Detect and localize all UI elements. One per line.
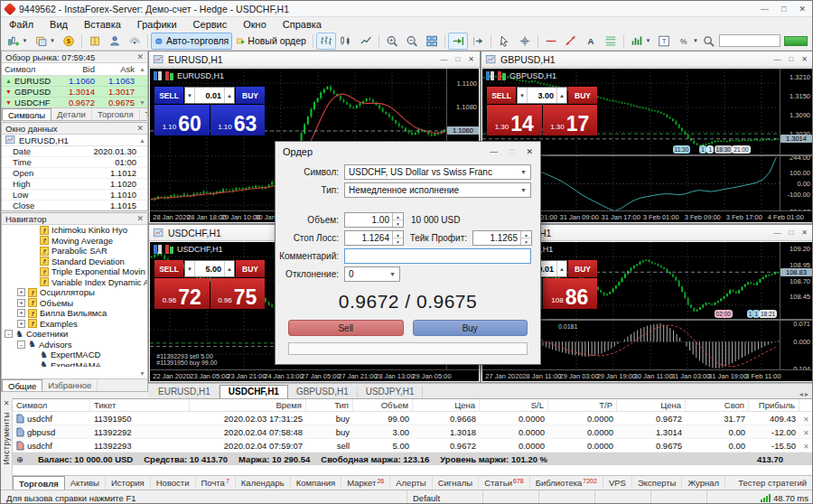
close-position-icon[interactable]: ✕ (799, 441, 813, 451)
volume-down-icon[interactable]: ▼ (185, 261, 195, 276)
tree-item-variable-index-dynamic-a[interactable]: fVariable Index Dynamic A (2, 277, 147, 288)
toolbox-tab-календарь[interactable]: Календарь (236, 476, 291, 490)
tab-тики[interactable]: Тики (140, 108, 147, 120)
tree-item-moving-average[interactable]: fMoving Average (2, 236, 147, 247)
spin-down-icon[interactable]: ▼ (521, 238, 531, 245)
expand-icon[interactable]: + (17, 299, 25, 307)
expand-icon[interactable]: ⊕ (13, 454, 27, 464)
takeprofit-field[interactable]: 1.1265 ▲▼ (472, 230, 532, 246)
volume-stepper[interactable]: ▲▼ (392, 213, 403, 227)
toolbox-tab-эксперты[interactable]: Эксперты (632, 476, 683, 490)
close-icon[interactable]: ✕ (801, 55, 808, 63)
volume-stepper[interactable]: ▼0.01▲ (184, 87, 235, 104)
menu-help[interactable]: Справка (275, 17, 330, 32)
tree-item-осцилляторы[interactable]: +fОсцилляторы (2, 287, 147, 298)
chart-window-titlebar[interactable]: EURUSD,H1—□✕ (149, 51, 480, 68)
volume-up-icon[interactable]: ▲ (224, 88, 234, 103)
toolbox-tab-компания[interactable]: Компания (291, 476, 341, 490)
market-watch-toggle-button[interactable]: $ (59, 33, 79, 50)
collapse-icon[interactable]: - (17, 341, 25, 349)
spin-up-icon[interactable]: ▲ (521, 231, 531, 238)
autoscroll-button[interactable] (448, 33, 468, 50)
close-position-icon[interactable]: ✕ (799, 427, 813, 437)
toolbox-tab-активы[interactable]: Активы (65, 476, 106, 490)
tree-item-standard-deviation[interactable]: fStandard Deviation (2, 257, 147, 267)
close-icon[interactable]: ✕ (799, 5, 806, 14)
position-row-11392292[interactable]: gbpusd113922922020.02.04 07:58:48buy3.00… (13, 425, 813, 439)
toolbox-tab-маркет[interactable]: Маркет26 (341, 476, 390, 490)
one-click-buy-button[interactable]: BUY (236, 260, 265, 277)
tab-common[interactable]: Общие (2, 379, 42, 391)
scroll-down-icon[interactable]: ▼ (139, 370, 145, 377)
stoploss-stepper[interactable]: ▲▼ (392, 231, 403, 245)
position-row-11392293[interactable]: usdchf113922932020.02.04 07:59:07sell5.0… (13, 439, 813, 453)
close-icon[interactable]: ✕ (136, 53, 144, 61)
new-order-button[interactable]: Новый ордер (232, 33, 310, 50)
chart-shift-button[interactable] (468, 33, 488, 50)
type-select[interactable]: Немедленное исполнение▼ (344, 182, 531, 198)
close-position-icon[interactable]: ✕ (799, 414, 813, 424)
dialog-minimize-icon[interactable]: — (490, 147, 498, 156)
bars-mode-button[interactable] (316, 33, 336, 50)
tree-item-advisors[interactable]: -♞Advisors (2, 340, 147, 350)
scrollbar[interactable]: ▼ (137, 99, 147, 106)
takeprofit-stepper[interactable]: ▲▼ (520, 231, 531, 245)
hline-button[interactable] (541, 33, 561, 50)
profiles-button[interactable]: ▼ (32, 33, 60, 50)
toolbox-vertical-tab[interactable]: Инструменты (2, 412, 11, 465)
toolbox-tab-торговля[interactable]: Торговля (13, 476, 65, 490)
volume-down-icon[interactable]: ▼ (185, 88, 195, 103)
price-axis[interactable]: 1.32101.31501.30901.30301.3014244.00100.… (780, 69, 812, 210)
tree-item-expertmacd[interactable]: ♞ExpertMACD (2, 350, 147, 360)
toolbox-tab-история[interactable]: История (106, 476, 151, 490)
maximize-icon[interactable]: □ (789, 55, 793, 63)
minimize-icon[interactable]: — (773, 55, 780, 63)
buy-price[interactable]: 0.9675 (210, 278, 266, 309)
toolbox-tab-новости[interactable]: Новости (151, 476, 196, 490)
market-watch-row-gbpusd[interactable]: ▼GBPUSD1.30141.3017 (2, 87, 147, 98)
market-watch-row-eurusd[interactable]: ▲EURUSD1.10601.1063 (2, 76, 147, 87)
spin-up-icon[interactable]: ▲ (393, 213, 403, 220)
menu-window[interactable]: Окно (235, 17, 275, 32)
trendline-button[interactable] (561, 33, 581, 50)
chart-window-titlebar[interactable]: GBPUSD,H1—□✕ (481, 51, 813, 68)
sell-button[interactable]: Sell (288, 320, 404, 336)
zoom-out-button[interactable] (402, 33, 422, 50)
one-click-sell-button[interactable]: SELL (154, 87, 183, 104)
dialog-maximize-icon[interactable]: □ (509, 147, 514, 156)
spin-up-icon[interactable]: ▲ (393, 231, 403, 238)
tab-favorites[interactable]: Избранное (42, 379, 98, 391)
tree-item-ichimoku-kinko-hyo[interactable]: fIchimoku Kinko Hyo (2, 225, 147, 236)
volume-up-icon[interactable]: ▲ (556, 88, 566, 103)
tab-детали[interactable]: Детали (51, 108, 92, 120)
sell-price[interactable]: 0.9672 (154, 278, 210, 309)
menu-charts[interactable]: Графики (129, 17, 185, 32)
buy-price[interactable]: 1.1063 (210, 105, 266, 135)
sell-price[interactable]: 1.3014 (487, 105, 542, 135)
menu-view[interactable]: Вид (42, 17, 76, 32)
maximize-icon[interactable]: □ (781, 5, 786, 14)
tab-scroll-arrows[interactable]: ◂ ▸ (799, 390, 813, 398)
minimize-icon[interactable]: — (773, 229, 780, 237)
candles-mode-button[interactable] (336, 33, 356, 50)
toolbox-tab-почта[interactable]: Почта7 (196, 476, 236, 490)
dialog-close-icon[interactable]: ✕ (526, 147, 533, 156)
spin-down-icon[interactable]: ▼ (393, 238, 403, 245)
toolbox-tab-сигналы[interactable]: Сигналы (433, 476, 480, 490)
expand-icon[interactable]: + (17, 309, 25, 317)
toolbox-tab-статьи[interactable]: Статьи678 (479, 476, 529, 490)
toolbox-close-icon[interactable]: ✕ (4, 400, 10, 407)
data-window-toggle-button[interactable] (85, 33, 105, 50)
symbol-select[interactable]: USDCHF, US Dollar vs Swiss Franc▼ (344, 164, 531, 180)
maximize-icon[interactable]: □ (455, 55, 460, 63)
menu-file[interactable]: Файл (1, 17, 42, 32)
close-icon[interactable]: ✕ (801, 229, 808, 237)
one-click-buy-button[interactable]: BUY (568, 260, 597, 277)
line-mode-button[interactable] (356, 33, 376, 50)
volume-stepper[interactable]: ▼5.00▲ (184, 260, 235, 277)
new-chart-button[interactable]: ▼ (4, 33, 32, 50)
tree-item-билла-вильямса[interactable]: +fБилла Вильямса (2, 308, 147, 319)
navigator-toggle-button[interactable] (105, 33, 125, 50)
search-input[interactable] (719, 34, 780, 47)
volume-down-icon[interactable]: ▼ (518, 88, 528, 103)
